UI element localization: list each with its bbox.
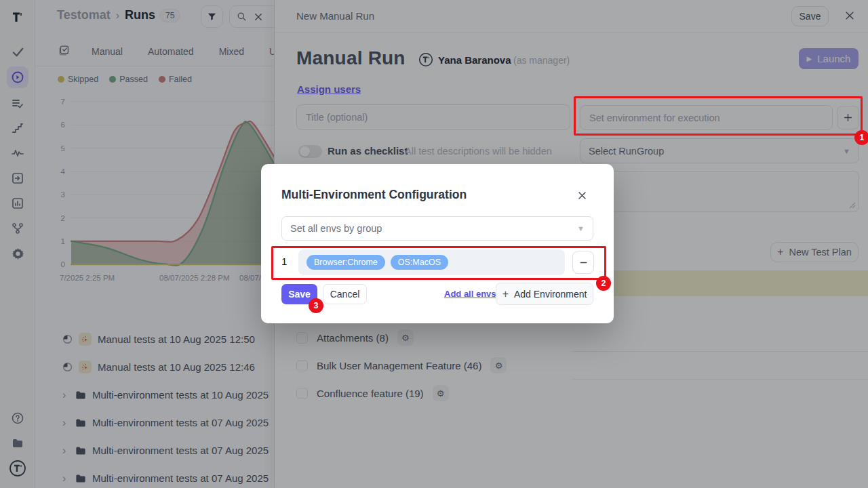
add-environment-button[interactable]: + Add Environment: [496, 283, 593, 305]
annotation-step-3: 3: [309, 298, 323, 313]
env-group-select[interactable]: Set all envs by group ▼: [281, 216, 593, 241]
annotation-box-1: [574, 96, 863, 136]
add-all-envs-link[interactable]: Add all envs: [444, 289, 496, 299]
modal-cancel-button[interactable]: Cancel: [323, 284, 367, 304]
annotation-step-1: 1: [854, 130, 868, 145]
annotation-box-2: [271, 246, 606, 280]
modal-close-icon[interactable]: [577, 190, 587, 201]
modal-title: Multi-Environment Configuration: [281, 188, 467, 202]
chevron-down-icon: ▼: [577, 224, 585, 232]
annotation-step-2: 2: [596, 276, 611, 291]
plus-icon: +: [502, 288, 509, 300]
